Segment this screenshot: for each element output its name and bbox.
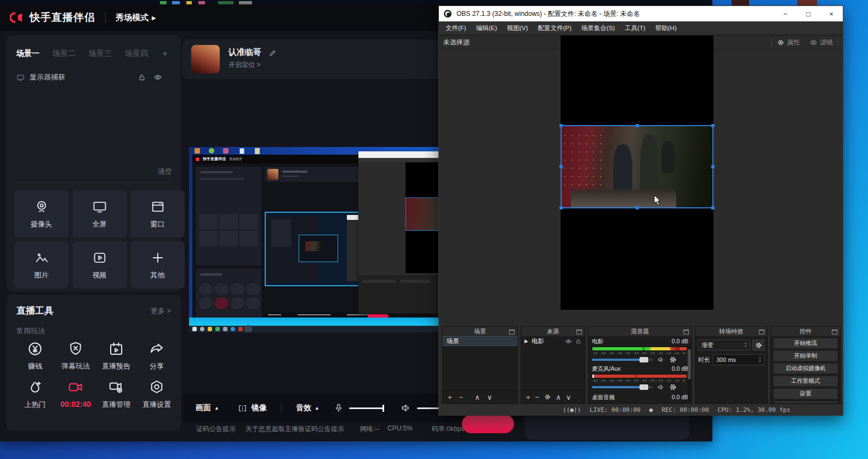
notice-link-2[interactable]: 关于恶意盗取主播验证码公告提示 xyxy=(245,424,344,434)
popout-icon[interactable] xyxy=(509,330,515,335)
exit-button[interactable]: 退出 xyxy=(773,401,838,403)
mode-switcher[interactable]: 秀场模式 xyxy=(116,13,149,23)
channel-db: 0.0 dB xyxy=(672,394,688,401)
record-timer-button[interactable]: 00:02:40 xyxy=(56,379,95,410)
scene-up-button[interactable]: ∧ xyxy=(475,393,480,401)
close-button[interactable]: × xyxy=(820,6,843,21)
filters-button[interactable]: 滤镜 xyxy=(805,38,838,47)
mode-arrow-icon[interactable]: ▶ xyxy=(152,15,156,21)
transition-gear-button[interactable] xyxy=(752,339,764,350)
channel-gear-icon[interactable] xyxy=(669,356,677,364)
source-list-item[interactable]: ▶ 电影 xyxy=(521,336,585,346)
add-window-button[interactable]: 窗口 xyxy=(130,190,185,237)
volume-slider-handle[interactable] xyxy=(639,384,648,390)
start-streaming-button[interactable]: 开始推流 xyxy=(773,338,838,349)
capture-source-row[interactable]: 显示器捕获 xyxy=(16,72,171,82)
edit-pencil-icon[interactable] xyxy=(269,48,277,56)
start-virtual-camera-button[interactable]: 启动虚拟摄像机 xyxy=(773,363,838,374)
studio-mode-button[interactable]: 工作室模式 xyxy=(773,376,838,387)
scene-down-button[interactable]: ∨ xyxy=(487,393,493,401)
start-live-button[interactable] xyxy=(462,415,514,433)
transition-select[interactable]: 渐变 ∧∨ xyxy=(698,339,750,350)
microphone-icon[interactable] xyxy=(334,403,344,413)
channel-gear-icon[interactable] xyxy=(669,383,677,391)
danmaku-play-button[interactable]: 弹幕玩法 xyxy=(56,341,95,371)
tab-scene-1[interactable]: 场景一 xyxy=(16,49,39,59)
live-settings-button[interactable]: 直播设置 xyxy=(137,379,176,410)
menu-file[interactable]: 文件(F) xyxy=(446,24,466,32)
volume-slider[interactable] xyxy=(592,386,653,388)
speaker-icon[interactable] xyxy=(401,403,412,413)
add-camera-button[interactable]: 摄像头 xyxy=(14,190,68,237)
popout-icon[interactable] xyxy=(683,330,689,335)
eye-icon[interactable] xyxy=(153,73,162,81)
trending-button[interactable]: 上热门 xyxy=(15,379,55,410)
source-properties-gear-icon[interactable] xyxy=(544,394,551,400)
mirror-button[interactable]: 镜像 xyxy=(238,403,267,413)
add-fullscreen-button[interactable]: 全屏 xyxy=(72,190,127,237)
mic-volume-slider[interactable] xyxy=(349,407,384,409)
lock-icon[interactable] xyxy=(575,338,581,344)
menu-profile[interactable]: 配置文件(P) xyxy=(538,24,571,32)
add-image-button[interactable]: 图片 xyxy=(14,241,68,288)
mic-slider-handle[interactable] xyxy=(382,405,384,412)
movie-source-preview[interactable] xyxy=(561,125,713,208)
mute-speaker-icon[interactable] xyxy=(657,383,665,391)
flame-plus-icon xyxy=(27,379,43,395)
tab-scene-3[interactable]: 场景三 xyxy=(89,49,112,59)
maximize-button[interactable]: □ xyxy=(797,6,820,21)
canvas-menu-button[interactable]: 画面▲ xyxy=(196,403,219,413)
obs-titlebar[interactable]: OBS 27.1.3 (32-bit, windows) - 配置文件: 未命名… xyxy=(439,6,843,21)
menu-help[interactable]: 帮助(H) xyxy=(655,24,677,32)
add-scene-button[interactable]: + xyxy=(448,393,452,401)
webcam-icon xyxy=(34,199,49,214)
duration-input[interactable]: 300 ms ∧∨ xyxy=(713,354,764,365)
tab-scene-4[interactable]: 场景四 xyxy=(125,49,148,59)
mixer-scrollbar[interactable] xyxy=(688,347,691,401)
notice-link[interactable]: 证码公告提示 xyxy=(196,424,236,434)
menu-scene-collection[interactable]: 场景集合(S) xyxy=(581,24,615,32)
tools-grid: 赚钱 弹幕玩法 直播预告 分享 上热门 xyxy=(15,341,173,410)
enable-location-link[interactable]: 开启定位 > xyxy=(229,60,277,70)
menu-view[interactable]: 视图(V) xyxy=(507,24,528,32)
source-up-button[interactable]: ∧ xyxy=(556,393,561,401)
visibility-eye-icon[interactable] xyxy=(565,338,572,344)
add-scene-button[interactable]: + xyxy=(162,48,168,59)
earn-money-button[interactable]: 赚钱 xyxy=(15,341,55,371)
settings-button[interactable]: 设置 xyxy=(773,388,838,399)
popout-icon[interactable] xyxy=(576,330,582,335)
yen-coin-icon xyxy=(27,341,43,357)
toolbar-separator xyxy=(281,403,282,413)
tab-scene-2[interactable]: 场景二 xyxy=(53,49,76,59)
popout-icon[interactable] xyxy=(832,330,837,335)
mini-desktop-icon xyxy=(239,148,244,154)
video-play-icon xyxy=(92,250,107,265)
share-button[interactable]: 分享 xyxy=(137,341,176,371)
source-down-button[interactable]: ∨ xyxy=(566,393,572,401)
unlock-icon[interactable] xyxy=(138,73,146,81)
minimize-button[interactable]: − xyxy=(774,6,797,21)
properties-button[interactable]: 属性 xyxy=(772,38,805,47)
volume-slider[interactable] xyxy=(592,359,653,361)
live-preview-button[interactable]: 直播预告 xyxy=(96,341,136,371)
streamer-name: 认准临哥 xyxy=(229,47,261,56)
scenes-dock-toolbar: + − ∧ ∨ xyxy=(443,390,517,403)
remove-source-button[interactable]: − xyxy=(535,393,540,401)
controls-dock-title: 控件 xyxy=(800,327,812,336)
live-manage-button[interactable]: 直播管理 xyxy=(96,379,136,410)
sound-menu-button[interactable]: 音效▲ xyxy=(296,403,319,413)
more-link[interactable]: 更多 > xyxy=(151,306,171,316)
popout-icon[interactable] xyxy=(759,330,764,335)
clear-scene-link[interactable]: 清空 xyxy=(158,167,172,177)
add-other-button[interactable]: 其他 xyxy=(130,241,185,288)
scene-list-item[interactable]: 场景 xyxy=(443,336,517,346)
remove-scene-button[interactable]: − xyxy=(459,393,464,401)
add-source-button[interactable]: + xyxy=(526,393,530,401)
volume-meter xyxy=(592,374,687,378)
volume-slider-handle[interactable] xyxy=(639,357,648,362)
menu-tools[interactable]: 工具(T) xyxy=(625,24,646,32)
add-video-button[interactable]: 视频 xyxy=(72,241,127,288)
mute-speaker-icon[interactable] xyxy=(657,356,665,364)
start-recording-button[interactable]: 开始录制 xyxy=(773,350,838,361)
menu-edit[interactable]: 编辑(E) xyxy=(476,24,497,32)
